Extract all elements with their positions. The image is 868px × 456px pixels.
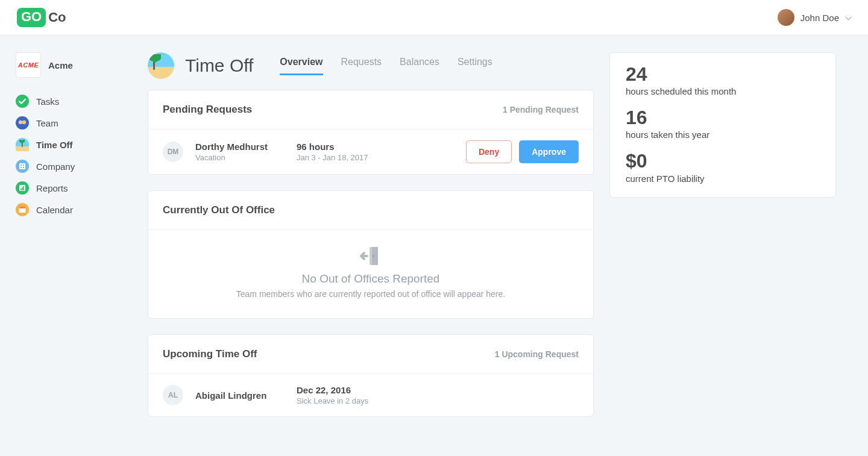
brand-badge: GO [17, 8, 46, 27]
sidebar-item-team[interactable]: Team [16, 116, 132, 130]
sidebar-item-label: Reports [36, 183, 68, 193]
door-exit-icon [163, 246, 579, 266]
card-title: Currently Out Of Office [163, 204, 275, 216]
upcoming-date: Dec 22, 2016 [297, 385, 579, 395]
request-hours: 96 hours [297, 142, 454, 152]
team-icon [16, 116, 29, 130]
upcoming-time-off-card: Upcoming Time Off 1 Upcoming Request AL … [148, 334, 594, 417]
company-switcher[interactable]: ACME Acme [16, 52, 132, 78]
sidebar-item-reports[interactable]: Reports [16, 181, 132, 195]
sidebar-item-label: Time Off [36, 140, 73, 150]
avatar: DM [163, 142, 183, 162]
card-title: Pending Requests [163, 104, 252, 116]
tab-overview[interactable]: Overview [280, 57, 322, 75]
user-menu[interactable]: John Doe [778, 9, 851, 26]
upcoming-employee-name: Abigail Lindgren [195, 390, 285, 401]
request-dates: Jan 3 - Jan 18, 2017 [297, 153, 454, 162]
sidebar-item-tasks[interactable]: Tasks [16, 95, 132, 108]
svg-point-0 [16, 95, 29, 108]
sidebar-item-label: Tasks [36, 96, 59, 107]
svg-rect-23 [19, 207, 26, 208]
stat-label: hours taken this year [626, 130, 820, 140]
approve-button[interactable]: Approve [519, 140, 579, 163]
svg-rect-19 [22, 187, 23, 190]
sidebar-item-label: Company [36, 161, 75, 172]
svg-rect-13 [23, 164, 24, 166]
chevron-down-icon [845, 14, 851, 20]
svg-rect-14 [20, 167, 22, 168]
svg-rect-15 [23, 167, 24, 168]
nav: Tasks Team Time Off Company [16, 95, 132, 216]
reports-icon [16, 181, 29, 195]
tabs: Overview Requests Balances Settings [280, 57, 492, 75]
card-meta: 1 Upcoming Request [495, 349, 579, 359]
brand-suffix: Co [48, 10, 66, 25]
tab-settings[interactable]: Settings [458, 57, 492, 75]
sidebar-item-label: Team [36, 118, 58, 128]
upcoming-sub: Sick Leave in 2 days [297, 396, 579, 405]
request-type: Vacation [195, 153, 285, 162]
avatar [778, 9, 794, 26]
pending-requests-card: Pending Requests 1 Pending Request DM Do… [148, 90, 594, 175]
stat-hours-scheduled: 24 hours scheduled this month [626, 64, 820, 96]
svg-point-26 [373, 255, 374, 257]
top-bar: GO Co John Doe [0, 0, 868, 36]
stat-pto-liability: $0 current PTO liability [626, 151, 820, 183]
stat-label: hours scheduled this month [626, 86, 820, 96]
request-employee-name: Dorthy Medhurst [195, 142, 285, 152]
upcoming-row[interactable]: AL Abigail Lindgren Dec 22, 2016 Sick Le… [148, 374, 593, 416]
svg-point-2 [19, 120, 22, 124]
stat-hours-taken: 16 hours taken this year [626, 107, 820, 140]
brand-logo[interactable]: GO Co [17, 8, 66, 27]
sidebar-item-company[interactable]: Company [16, 160, 132, 173]
card-meta: 1 Pending Request [503, 105, 579, 114]
calendar-icon [16, 203, 29, 216]
stat-label: current PTO liability [626, 173, 820, 184]
svg-point-9 [20, 141, 24, 144]
page-title: Time Off [185, 55, 253, 76]
sidebar-item-time-off[interactable]: Time Off [16, 138, 132, 151]
page-header: Time Off Overview Requests Balances Sett… [148, 52, 594, 79]
stat-value: 24 [626, 64, 820, 85]
company-logo: ACME [16, 52, 41, 78]
building-icon [16, 160, 29, 173]
check-circle-icon [16, 95, 29, 108]
svg-rect-12 [20, 164, 22, 166]
sidebar: ACME Acme Tasks Team Time Off [0, 36, 148, 451]
sidebar-item-calendar[interactable]: Calendar [16, 203, 132, 216]
card-title: Upcoming Time Off [163, 348, 257, 360]
tab-requests[interactable]: Requests [341, 57, 382, 75]
svg-rect-11 [19, 163, 25, 169]
stat-value: $0 [626, 151, 820, 172]
pending-request-row[interactable]: DM Dorthy Medhurst Vacation 96 hours Jan… [148, 130, 593, 174]
sidebar-item-label: Calendar [36, 205, 73, 215]
deny-button[interactable]: Deny [466, 140, 512, 163]
svg-point-3 [22, 120, 26, 124]
palm-tree-icon [16, 138, 29, 151]
page-icon [148, 52, 174, 79]
svg-rect-20 [23, 186, 24, 190]
stats-card: 24 hours scheduled this month 16 hours t… [609, 52, 836, 198]
svg-rect-5 [16, 146, 29, 151]
company-name: Acme [48, 60, 73, 70]
empty-title: No Out of Offices Reported [163, 272, 579, 286]
stat-value: 16 [626, 107, 820, 128]
out-of-office-card: Currently Out Of Office No Out of Office… [148, 190, 594, 319]
empty-subtitle: Team members who are currently reported … [163, 289, 579, 299]
avatar: AL [163, 385, 183, 405]
svg-rect-18 [20, 189, 22, 190]
tab-balances[interactable]: Balances [400, 57, 439, 75]
user-name: John Doe [800, 13, 839, 23]
